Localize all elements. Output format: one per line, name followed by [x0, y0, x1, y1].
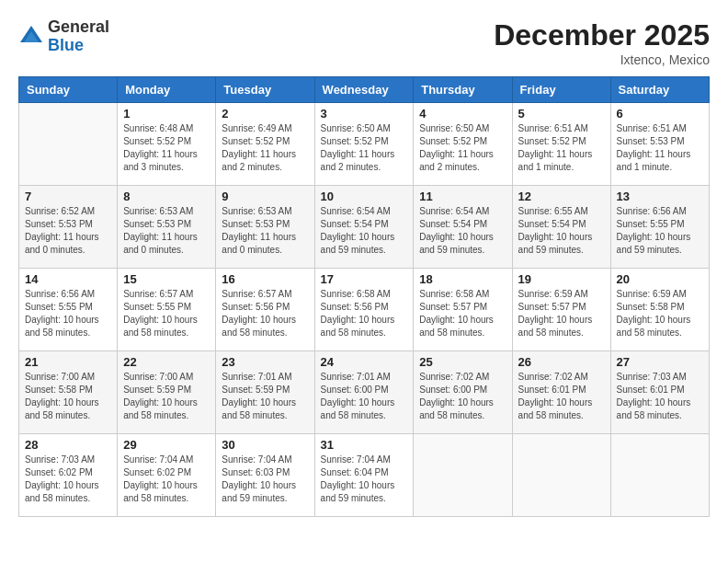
day-info: Sunrise: 6:51 AM Sunset: 5:52 PM Dayligh… — [518, 122, 605, 174]
calendar-header-monday: Monday — [118, 77, 216, 103]
day-number: 16 — [222, 272, 308, 286]
calendar-cell — [414, 434, 512, 517]
calendar-cell — [610, 434, 709, 517]
day-info: Sunrise: 7:01 AM Sunset: 6:00 PM Dayligh… — [321, 371, 408, 422]
calendar-header-friday: Friday — [512, 77, 610, 103]
day-number: 6 — [617, 107, 703, 121]
calendar-cell: 23Sunrise: 7:01 AM Sunset: 5:59 PM Dayli… — [216, 351, 314, 434]
day-info: Sunrise: 7:03 AM Sunset: 6:02 PM Dayligh… — [25, 454, 111, 505]
day-number: 11 — [419, 190, 506, 203]
day-number: 1 — [123, 107, 210, 121]
day-info: Sunrise: 6:57 AM Sunset: 5:56 PM Dayligh… — [222, 288, 308, 339]
calendar-cell: 29Sunrise: 7:04 AM Sunset: 6:02 PM Dayli… — [118, 434, 216, 517]
calendar-week-row: 14Sunrise: 6:56 AM Sunset: 5:55 PM Dayli… — [19, 269, 710, 351]
page-header: General Blue December 2025 Ixtenco, Mexi… — [18, 18, 710, 67]
calendar-cell: 16Sunrise: 6:57 AM Sunset: 5:56 PM Dayli… — [216, 269, 314, 351]
calendar-cell: 9Sunrise: 6:53 AM Sunset: 5:53 PM Daylig… — [216, 186, 314, 269]
calendar-cell — [19, 103, 118, 186]
logo-text: General Blue — [48, 18, 109, 55]
calendar-cell: 26Sunrise: 7:02 AM Sunset: 6:01 PM Dayli… — [512, 351, 610, 434]
day-info: Sunrise: 7:04 AM Sunset: 6:04 PM Dayligh… — [321, 454, 408, 505]
day-number: 17 — [321, 272, 408, 286]
day-info: Sunrise: 6:57 AM Sunset: 5:55 PM Dayligh… — [123, 288, 210, 339]
day-info: Sunrise: 6:54 AM Sunset: 5:54 PM Dayligh… — [419, 205, 506, 257]
day-info: Sunrise: 6:59 AM Sunset: 5:58 PM Dayligh… — [617, 288, 703, 339]
calendar-week-row: 7Sunrise: 6:52 AM Sunset: 5:53 PM Daylig… — [19, 186, 710, 269]
calendar-cell: 5Sunrise: 6:51 AM Sunset: 5:52 PM Daylig… — [512, 103, 610, 186]
day-info: Sunrise: 6:59 AM Sunset: 5:57 PM Dayligh… — [518, 288, 605, 339]
calendar-cell: 4Sunrise: 6:50 AM Sunset: 5:52 PM Daylig… — [414, 103, 512, 186]
day-number: 5 — [518, 107, 605, 121]
day-info: Sunrise: 6:53 AM Sunset: 5:53 PM Dayligh… — [222, 205, 308, 257]
day-info: Sunrise: 6:49 AM Sunset: 5:52 PM Dayligh… — [222, 122, 308, 174]
day-info: Sunrise: 6:48 AM Sunset: 5:52 PM Dayligh… — [123, 122, 210, 174]
day-info: Sunrise: 6:58 AM Sunset: 5:56 PM Dayligh… — [321, 288, 408, 339]
calendar-cell: 12Sunrise: 6:55 AM Sunset: 5:54 PM Dayli… — [512, 186, 610, 269]
calendar-cell: 30Sunrise: 7:04 AM Sunset: 6:03 PM Dayli… — [216, 434, 314, 517]
calendar-cell: 7Sunrise: 6:52 AM Sunset: 5:53 PM Daylig… — [19, 186, 118, 269]
day-info: Sunrise: 7:02 AM Sunset: 6:00 PM Dayligh… — [419, 371, 506, 422]
day-number: 18 — [419, 272, 506, 286]
calendar-cell: 24Sunrise: 7:01 AM Sunset: 6:00 PM Dayli… — [314, 351, 414, 434]
month-title: December 2025 — [494, 18, 710, 52]
day-number: 21 — [25, 355, 111, 369]
logo: General Blue — [18, 18, 109, 55]
calendar-cell: 13Sunrise: 6:56 AM Sunset: 5:55 PM Dayli… — [610, 186, 709, 269]
calendar-cell: 31Sunrise: 7:04 AM Sunset: 6:04 PM Dayli… — [314, 434, 414, 517]
day-number: 22 — [123, 355, 210, 369]
calendar-cell: 18Sunrise: 6:58 AM Sunset: 5:57 PM Dayli… — [414, 269, 512, 351]
day-number: 20 — [617, 272, 703, 286]
location: Ixtenco, Mexico — [494, 52, 710, 67]
day-info: Sunrise: 6:54 AM Sunset: 5:54 PM Dayligh… — [321, 205, 408, 257]
logo-blue: Blue — [48, 37, 109, 55]
calendar-cell: 3Sunrise: 6:50 AM Sunset: 5:52 PM Daylig… — [314, 103, 414, 186]
day-number: 12 — [518, 190, 605, 203]
day-info: Sunrise: 6:50 AM Sunset: 5:52 PM Dayligh… — [321, 122, 408, 174]
day-number: 30 — [222, 438, 308, 452]
calendar-cell: 1Sunrise: 6:48 AM Sunset: 5:52 PM Daylig… — [118, 103, 216, 186]
calendar-cell: 28Sunrise: 7:03 AM Sunset: 6:02 PM Dayli… — [19, 434, 118, 517]
day-number: 19 — [518, 272, 605, 286]
calendar-header-saturday: Saturday — [610, 77, 709, 103]
day-number: 25 — [419, 355, 506, 369]
calendar-cell: 27Sunrise: 7:03 AM Sunset: 6:01 PM Dayli… — [610, 351, 709, 434]
day-info: Sunrise: 6:58 AM Sunset: 5:57 PM Dayligh… — [419, 288, 506, 339]
day-number: 31 — [321, 438, 408, 452]
day-number: 13 — [617, 190, 703, 203]
day-info: Sunrise: 7:04 AM Sunset: 6:03 PM Dayligh… — [222, 454, 308, 505]
day-number: 28 — [25, 438, 111, 452]
day-number: 23 — [222, 355, 308, 369]
day-info: Sunrise: 6:56 AM Sunset: 5:55 PM Dayligh… — [617, 205, 703, 257]
day-info: Sunrise: 7:01 AM Sunset: 5:59 PM Dayligh… — [222, 371, 308, 422]
calendar-header-sunday: Sunday — [19, 77, 118, 103]
calendar-cell — [512, 434, 610, 517]
day-number: 3 — [321, 107, 408, 121]
day-number: 26 — [518, 355, 605, 369]
calendar-cell: 8Sunrise: 6:53 AM Sunset: 5:53 PM Daylig… — [118, 186, 216, 269]
calendar: SundayMondayTuesdayWednesdayThursdayFrid… — [18, 76, 710, 517]
calendar-cell: 25Sunrise: 7:02 AM Sunset: 6:00 PM Dayli… — [414, 351, 512, 434]
calendar-week-row: 1Sunrise: 6:48 AM Sunset: 5:52 PM Daylig… — [19, 103, 710, 186]
day-number: 15 — [123, 272, 210, 286]
day-number: 10 — [321, 190, 408, 203]
day-info: Sunrise: 6:56 AM Sunset: 5:55 PM Dayligh… — [25, 288, 111, 339]
logo-icon — [18, 24, 44, 50]
day-number: 8 — [123, 190, 210, 203]
calendar-cell: 17Sunrise: 6:58 AM Sunset: 5:56 PM Dayli… — [314, 269, 414, 351]
calendar-cell: 10Sunrise: 6:54 AM Sunset: 5:54 PM Dayli… — [314, 186, 414, 269]
day-number: 27 — [617, 355, 703, 369]
calendar-week-row: 21Sunrise: 7:00 AM Sunset: 5:58 PM Dayli… — [19, 351, 710, 434]
calendar-cell: 14Sunrise: 6:56 AM Sunset: 5:55 PM Dayli… — [19, 269, 118, 351]
logo-general: General — [48, 18, 109, 37]
calendar-cell: 20Sunrise: 6:59 AM Sunset: 5:58 PM Dayli… — [610, 269, 709, 351]
day-info: Sunrise: 6:50 AM Sunset: 5:52 PM Dayligh… — [419, 122, 506, 174]
calendar-header-thursday: Thursday — [414, 77, 512, 103]
calendar-header-tuesday: Tuesday — [216, 77, 314, 103]
day-number: 29 — [123, 438, 210, 452]
calendar-header-wednesday: Wednesday — [314, 77, 414, 103]
title-block: December 2025 Ixtenco, Mexico — [494, 18, 710, 67]
day-info: Sunrise: 7:04 AM Sunset: 6:02 PM Dayligh… — [123, 454, 210, 505]
day-number: 7 — [25, 190, 111, 203]
day-number: 24 — [321, 355, 408, 369]
calendar-cell: 22Sunrise: 7:00 AM Sunset: 5:59 PM Dayli… — [118, 351, 216, 434]
